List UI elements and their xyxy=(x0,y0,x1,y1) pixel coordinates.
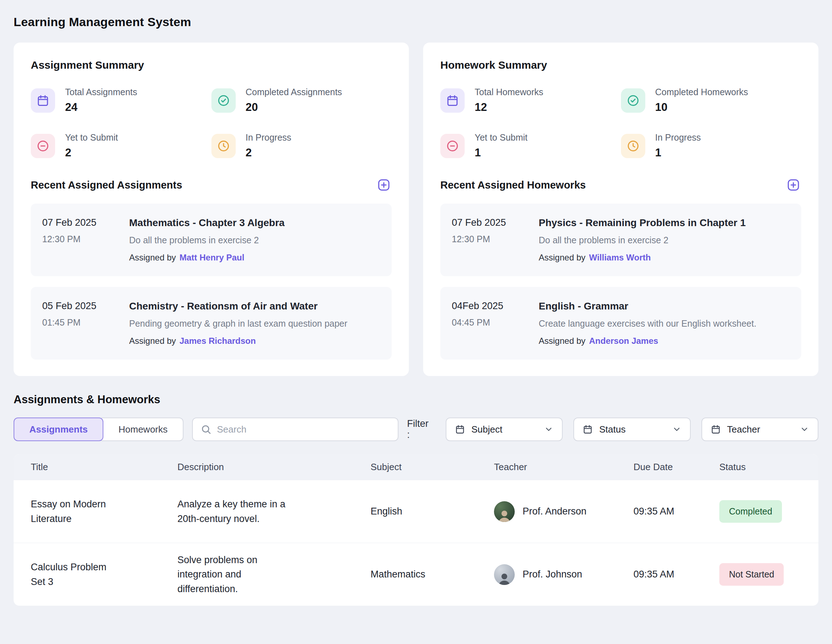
assigned-by-name-link[interactable]: Anderson James xyxy=(589,336,658,346)
calendar-icon xyxy=(711,425,721,434)
person-icon xyxy=(496,571,513,585)
summary-cards: Assignment Summary Total Assignments 24 … xyxy=(14,43,818,376)
tab-group: Assignments Homeworks xyxy=(14,418,184,441)
teacher-avatar xyxy=(494,564,515,585)
cell-due-date: 09:35 AM xyxy=(634,504,719,519)
stat-yet-to-submit: Yet to Submit 1 xyxy=(440,132,621,159)
stat-completed-assignments: Completed Assignments 20 xyxy=(211,87,392,114)
cell-status: Not Started xyxy=(719,563,801,586)
filter-status-dropdown[interactable]: Status xyxy=(573,418,690,441)
assigned-by-name-link[interactable]: Matt Henry Paul xyxy=(179,253,244,262)
assignment-item-date: 05 Feb 2025 xyxy=(42,301,119,312)
assigned-by-label: Assigned by xyxy=(539,253,586,262)
filter-teacher-label: Teacher xyxy=(727,424,760,435)
calendar-icon xyxy=(455,425,465,434)
recent-homeworks-header: Recent Assigned Homeworks xyxy=(440,177,801,193)
cell-description: Analyze a key theme in a 20th-century no… xyxy=(178,497,297,526)
section-title: Assignments & Homeworks xyxy=(14,393,818,406)
cell-status: Completed xyxy=(719,500,801,523)
homework-item-when: 07 Feb 2025 12:30 PM xyxy=(452,217,529,263)
clock-icon xyxy=(621,134,645,158)
teacher-avatar xyxy=(494,501,515,522)
calendar-icon xyxy=(440,88,465,113)
assigned-by-label: Assigned by xyxy=(539,336,586,346)
homework-item-title: English - Grammar xyxy=(539,301,757,312)
minus-circle-icon xyxy=(440,134,465,158)
stat-value: 1 xyxy=(475,146,528,159)
recent-assignments-title: Recent Assigned Assignments xyxy=(31,179,182,191)
homework-item: 04Feb 2025 04:45 PM English - Grammar Cr… xyxy=(440,287,801,360)
search-input[interactable] xyxy=(217,424,390,435)
teacher-name: Prof. Johnson xyxy=(523,567,582,582)
stat-label: Yet to Submit xyxy=(475,132,528,143)
check-circle-icon xyxy=(621,88,645,113)
stat-label: Total Homeworks xyxy=(475,87,543,97)
stat-total-homeworks: Total Homeworks 12 xyxy=(440,87,621,114)
homework-item-assigned: Assigned byAnderson James xyxy=(539,336,757,346)
filter-subject-dropdown[interactable]: Subject xyxy=(446,418,563,441)
filter-teacher-dropdown[interactable]: Teacher xyxy=(701,418,818,441)
stat-total-assignments: Total Assignments 24 xyxy=(31,87,211,114)
tab-assignments[interactable]: Assignments xyxy=(14,418,103,441)
table-row: Essay on Modern Literature Analyze a key… xyxy=(14,480,818,543)
cell-teacher: Prof. Anderson xyxy=(494,501,634,522)
stat-value: 2 xyxy=(246,146,291,159)
cell-subject: Mathematics xyxy=(371,567,494,582)
assignment-item: 07 Feb 2025 12:30 PM Mathematics - Chapt… xyxy=(31,203,392,276)
homework-item-assigned: Assigned byWilliams Worth xyxy=(539,253,746,263)
cell-title: Calculus Problem Set 3 xyxy=(31,560,117,589)
filter-area: Filter : Subject Status Teacher xyxy=(407,418,818,441)
cell-description: Solve problems on integration and differ… xyxy=(178,553,297,596)
column-header-description: Description xyxy=(178,461,371,473)
stat-value: 20 xyxy=(246,101,342,114)
assigned-by-name-link[interactable]: Williams Worth xyxy=(589,253,651,262)
stat-label: Completed Assignments xyxy=(246,87,342,97)
chevron-down-icon xyxy=(672,425,682,434)
table-header-row: Title Description Subject Teacher Due Da… xyxy=(14,454,818,480)
card-title: Assignment Summary xyxy=(31,59,392,71)
card-title: Homework Summary xyxy=(440,59,801,71)
table-row: Calculus Problem Set 3 Solve problems on… xyxy=(14,543,818,606)
assignment-item-title: Chemistry - Reationsm of Air and Water xyxy=(129,301,347,312)
column-header-title: Title xyxy=(31,461,178,473)
homework-summary-card: Homework Summary Total Homeworks 12 Comp… xyxy=(423,43,818,376)
clock-icon xyxy=(211,134,236,158)
assignment-item-time: 12:30 PM xyxy=(42,234,119,244)
homework-item-description: Do all the problems in exercise 2 xyxy=(539,235,746,245)
homework-item-date: 07 Feb 2025 xyxy=(452,217,529,228)
stat-completed-homeworks: Completed Homeworks 10 xyxy=(621,87,802,114)
plus-square-icon xyxy=(377,178,391,192)
page-title: Learning Management System xyxy=(14,15,818,29)
add-homework-button[interactable] xyxy=(786,177,801,193)
assigned-by-name-link[interactable]: James Richardson xyxy=(179,336,256,346)
assignment-stats: Total Assignments 24 Completed Assignmen… xyxy=(31,87,392,159)
stat-value: 24 xyxy=(65,101,138,114)
recent-homeworks-title: Recent Assigned Homeworks xyxy=(440,179,586,191)
assignment-summary-card: Assignment Summary Total Assignments 24 … xyxy=(14,43,409,376)
tab-homeworks[interactable]: Homeworks xyxy=(101,418,183,441)
stat-label: In Progress xyxy=(246,132,291,143)
cell-subject: English xyxy=(371,504,494,519)
add-assignment-button[interactable] xyxy=(376,177,392,193)
stat-in-progress: In Progress 1 xyxy=(621,132,802,159)
assignment-item-date: 07 Feb 2025 xyxy=(42,217,119,228)
stat-value: 1 xyxy=(655,146,701,159)
minus-circle-icon xyxy=(31,134,55,158)
recent-assignments-header: Recent Assigned Assignments xyxy=(31,177,392,193)
chevron-down-icon xyxy=(544,425,554,434)
status-badge: Completed xyxy=(719,500,782,523)
homework-item-when: 04Feb 2025 04:45 PM xyxy=(452,301,529,346)
homework-item-date: 04Feb 2025 xyxy=(452,301,529,312)
person-icon xyxy=(496,508,513,522)
homework-item-time: 04:45 PM xyxy=(452,317,529,328)
stat-label: In Progress xyxy=(655,132,701,143)
assigned-by-label: Assigned by xyxy=(129,253,176,262)
search-icon xyxy=(201,424,211,435)
assignment-item: 05 Feb 2025 01:45 PM Chemistry - Reation… xyxy=(31,287,392,360)
assignment-item-assigned: Assigned byMatt Henry Paul xyxy=(129,253,285,263)
stat-value: 2 xyxy=(65,146,118,159)
stat-label: Total Assignments xyxy=(65,87,138,97)
assignments-table: Title Description Subject Teacher Due Da… xyxy=(14,454,818,606)
stat-label: Yet to Submit xyxy=(65,132,118,143)
homework-item: 07 Feb 2025 12:30 PM Physics - Remaining… xyxy=(440,203,801,276)
